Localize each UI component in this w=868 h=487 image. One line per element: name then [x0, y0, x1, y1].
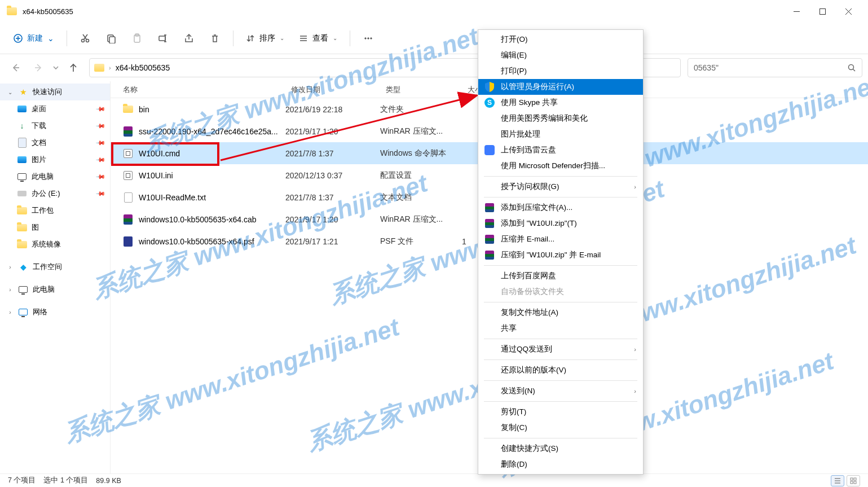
- view-icons-button[interactable]: [847, 475, 860, 486]
- sidebar-item-drive-e[interactable]: 办公 (E:)📌: [10, 185, 110, 202]
- menu-item[interactable]: 共享: [478, 321, 643, 336]
- disk-icon: [17, 188, 27, 199]
- file-name: W10UI.ini: [139, 171, 173, 180]
- menu-item[interactable]: 还原以前的版本(V): [478, 362, 643, 378]
- menu-item[interactable]: 以管理员身份运行(A): [478, 79, 643, 95]
- rename-button[interactable]: [152, 28, 174, 49]
- sidebar-item-tu[interactable]: 图: [10, 219, 110, 236]
- svg-rect-37: [851, 481, 853, 484]
- sidebar-workspace[interactable]: ›◆工作空间: [0, 258, 110, 275]
- menu-item-label: 授予访问权限(G): [501, 182, 559, 192]
- close-button[interactable]: [835, 2, 861, 20]
- menu-item[interactable]: 编辑(E): [478, 47, 643, 63]
- sidebar-item-workpkg[interactable]: 工作包: [10, 202, 110, 219]
- pin-icon: 📌: [95, 188, 105, 199]
- network-icon: [18, 307, 28, 317]
- menu-item[interactable]: 上传到迅雷云盘: [478, 142, 643, 158]
- menu-item[interactable]: 使用美图秀秀编辑和美化: [478, 111, 643, 126]
- menu-item[interactable]: 创建快捷方式(S): [478, 441, 643, 457]
- expand-icon[interactable]: ›: [7, 287, 14, 293]
- window-title: x64-kb5005635: [23, 7, 73, 16]
- minimize-button[interactable]: [783, 2, 809, 20]
- menu-item[interactable]: 剪切(T): [478, 404, 643, 420]
- col-date[interactable]: 修改日期: [285, 85, 380, 95]
- menu-item[interactable]: 压缩并 E-mail...: [478, 231, 643, 247]
- menu-item[interactable]: 删除(D): [478, 457, 643, 472]
- paste-button[interactable]: [126, 28, 148, 49]
- menu-item-icon: [484, 323, 495, 334]
- copy-button[interactable]: [100, 28, 122, 49]
- file-date: 2021/9/17 1:20: [285, 215, 380, 224]
- sidebar-this-pc[interactable]: ›此电脑: [0, 281, 110, 298]
- sidebar-item-thispc[interactable]: 此电脑📌: [10, 168, 110, 185]
- svg-rect-12: [109, 37, 115, 43]
- folder-icon: [7, 7, 17, 15]
- col-type[interactable]: 类型: [380, 85, 462, 95]
- menu-item-label: 剪切(T): [501, 407, 526, 417]
- menu-item-icon: [484, 286, 495, 297]
- menu-item-label: 发送到(N): [501, 386, 535, 396]
- sidebar-item-sysimg[interactable]: 系统镜像: [10, 236, 110, 253]
- menu-item[interactable]: 图片批处理: [478, 126, 643, 142]
- sidebar-network[interactable]: ›网络: [0, 304, 110, 321]
- view-label: 查看: [312, 33, 328, 43]
- menu-item[interactable]: 打印(P): [478, 63, 643, 79]
- menu-item[interactable]: 上传到百度网盘: [478, 268, 643, 284]
- expand-icon[interactable]: ›: [7, 264, 14, 270]
- share-button[interactable]: [178, 28, 200, 49]
- search-icon: [848, 64, 856, 72]
- collapse-icon[interactable]: ⌄: [7, 89, 14, 95]
- sidebar-item-desktop[interactable]: 桌面📌: [10, 100, 110, 117]
- svg-rect-38: [854, 481, 856, 484]
- desktop-icon: [17, 106, 27, 112]
- recent-button[interactable]: [51, 58, 61, 78]
- svg-line-29: [853, 69, 856, 71]
- file-icon: [123, 104, 133, 115]
- file-icon: [123, 236, 133, 247]
- sort-button[interactable]: 排序 ⌄: [240, 30, 290, 47]
- file-date: 2021/6/19 22:18: [285, 105, 380, 114]
- cut-button[interactable]: [74, 28, 96, 49]
- view-button[interactable]: 查看 ⌄: [293, 30, 343, 47]
- menu-item[interactable]: 复制(C): [478, 420, 643, 436]
- menu-item[interactable]: 授予访问权限(G)›: [478, 179, 643, 195]
- maximize-button[interactable]: [809, 2, 835, 20]
- view-details-button[interactable]: [831, 475, 844, 486]
- sidebar-item-downloads[interactable]: ↓下载📌: [10, 117, 110, 134]
- menu-item[interactable]: 压缩到 "W10UI.zip" 并 E-mail: [478, 247, 643, 263]
- menu-item[interactable]: 复制文件地址(A): [478, 305, 643, 321]
- pc-icon: [17, 172, 27, 182]
- col-name[interactable]: 名称: [111, 85, 285, 95]
- up-button[interactable]: [63, 58, 83, 78]
- new-button[interactable]: 新建 ⌄: [8, 30, 60, 47]
- sidebar-quick-access[interactable]: ⌄ ★ 快速访问: [0, 84, 110, 100]
- file-type: 文件夹: [380, 104, 462, 115]
- menu-item[interactable]: 通过QQ发送到›: [478, 341, 643, 357]
- menu-item[interactable]: 打开(O): [478, 32, 643, 47]
- svg-rect-35: [851, 478, 853, 480]
- menu-item-label: 图片批处理: [501, 129, 540, 139]
- file-name: windows10.0-kb5005635-x64.psf: [139, 237, 254, 246]
- menu-item[interactable]: 添加到 "W10UI.zip"(T): [478, 216, 643, 231]
- menu-item[interactable]: 发送到(N)›: [478, 383, 643, 399]
- sort-label: 排序: [259, 33, 275, 43]
- status-item-count: 7 个项目: [8, 476, 36, 485]
- address-row: › x64-kb5005635 05635": [0, 54, 868, 81]
- menu-item[interactable]: 添加到压缩文件(A)...: [478, 200, 643, 216]
- search-box[interactable]: 05635": [688, 58, 862, 77]
- expand-icon[interactable]: ›: [7, 309, 14, 315]
- svg-rect-1: [819, 8, 825, 14]
- menu-item[interactable]: 使用 Microsoft Defender扫描...: [478, 158, 643, 174]
- sidebar-item-pictures[interactable]: 图片📌: [10, 151, 110, 168]
- menu-item-label: 删除(D): [501, 459, 527, 470]
- file-type: 配置设置: [380, 170, 462, 181]
- menu-item[interactable]: S使用 Skype 共享: [478, 95, 643, 111]
- delete-button[interactable]: [204, 28, 226, 49]
- forward-button[interactable]: [28, 58, 49, 78]
- more-button[interactable]: [357, 28, 380, 49]
- back-button[interactable]: [6, 58, 26, 78]
- sidebar-item-documents[interactable]: 文档📌: [10, 134, 110, 151]
- breadcrumb-current[interactable]: x64-kb5005635: [116, 63, 170, 72]
- context-menu: 打开(O)编辑(E)打印(P)以管理员身份运行(A)S使用 Skype 共享使用…: [478, 29, 644, 475]
- chevron-down-icon: ⌄: [333, 35, 337, 41]
